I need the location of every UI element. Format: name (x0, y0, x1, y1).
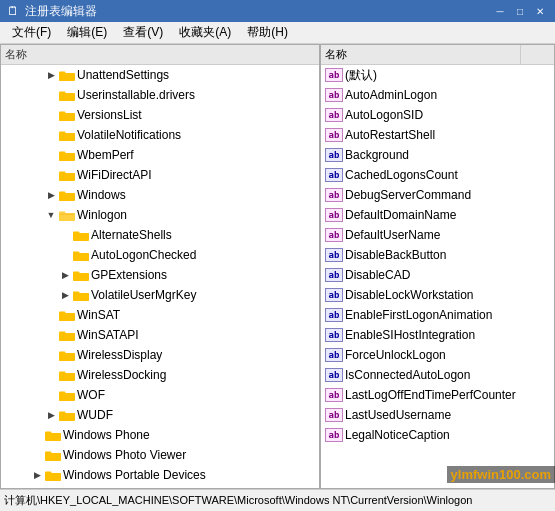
tree-item[interactable]: ▶ WUDF (1, 405, 319, 425)
values-content[interactable]: ab(默认)abAutoAdminLogonabAutoLogonSIDabAu… (321, 65, 554, 488)
tree-item-label: VolatileUserMgrKey (91, 288, 196, 302)
tree-item[interactable]: VersionsList (1, 105, 319, 125)
value-row[interactable]: abDisableCAD (321, 265, 554, 285)
tree-item[interactable]: ▶ GPExtensions (1, 265, 319, 285)
tree-item[interactable]: ▶ Windows (1, 185, 319, 205)
value-row[interactable]: abDefaultDomainName (321, 205, 554, 225)
value-row[interactable]: abAutoRestartShell (321, 125, 554, 145)
value-row[interactable]: abDefaultUserName (321, 225, 554, 245)
value-name-cell: abDebugServerCommand (321, 188, 521, 202)
value-name-cell: abAutoRestartShell (321, 128, 521, 142)
folder-icon (59, 128, 75, 142)
main-content: 名称 ▶ UnattendSettings Userinstallable.dr… (0, 44, 555, 489)
tree-item[interactable]: VolatileNotifications (1, 125, 319, 145)
tree-item[interactable]: WOF (1, 385, 319, 405)
tree-expand-icon: ▶ (57, 287, 73, 303)
tree-item[interactable]: Windows Phone (1, 425, 319, 445)
svg-rect-26 (59, 311, 65, 313)
close-button[interactable]: ✕ (531, 3, 549, 19)
value-name-text: (默认) (345, 67, 377, 84)
tree-item[interactable]: WirelessDisplay (1, 345, 319, 365)
value-name-cell: abLastUsedUsername (321, 408, 521, 422)
value-name-text: LegalNoticeCaption (345, 428, 450, 442)
svg-rect-18 (73, 231, 79, 233)
tree-expand-icon: ▼ (43, 207, 59, 223)
tree-item[interactable]: AutoLogonChecked (1, 245, 319, 265)
value-row[interactable]: abBackground (321, 145, 554, 165)
value-row[interactable]: abDebugServerCommand (321, 185, 554, 205)
tree-expand-icon (43, 87, 59, 103)
tree-expand-icon: ▶ (57, 267, 73, 283)
tree-content[interactable]: ▶ UnattendSettings Userinstallable.drive… (1, 65, 319, 488)
folder-icon (59, 88, 75, 102)
value-type-icon: ab (325, 308, 343, 322)
tree-item[interactable]: ▶ VolatileUserMgrKey (1, 285, 319, 305)
value-row[interactable]: abAutoLogonSID (321, 105, 554, 125)
value-type-icon: ab (325, 388, 343, 402)
svg-rect-21 (73, 273, 89, 281)
svg-rect-7 (59, 131, 65, 133)
tree-item[interactable]: ▶ UnattendSettings (1, 65, 319, 85)
svg-rect-4 (59, 113, 75, 121)
tree-item-label: WinSATAPI (77, 328, 139, 342)
value-row[interactable]: ab(默认) (321, 65, 554, 85)
minimize-button[interactable]: ─ (491, 3, 509, 19)
value-name-cell: abLegalNoticeCaption (321, 428, 521, 442)
value-name-cell: abDisableLockWorkstation (321, 288, 521, 302)
tree-item-label: WiFiDirectAPI (77, 168, 152, 182)
svg-rect-12 (59, 193, 75, 201)
value-row[interactable]: abIsConnectedAutoLogon (321, 365, 554, 385)
title-text: 注册表编辑器 (25, 3, 491, 20)
svg-rect-8 (59, 153, 75, 161)
tree-item-label: UnattendSettings (77, 68, 169, 82)
tree-expand-icon (57, 247, 73, 263)
value-name-cell: abAutoAdminLogon (321, 88, 521, 102)
value-row[interactable]: abForceUnlockLogon (321, 345, 554, 365)
tree-expand-icon (43, 347, 59, 363)
menu-item[interactable]: 帮助(H) (239, 22, 296, 43)
status-text: 计算机\HKEY_LOCAL_MACHINE\SOFTWARE\Microsof… (4, 493, 472, 508)
value-name-cell: abForceUnlockLogon (321, 348, 521, 362)
svg-rect-27 (59, 333, 75, 341)
tree-expand-icon: ▶ (43, 67, 59, 83)
value-row[interactable]: abLegalNoticeCaption (321, 425, 554, 445)
tree-item[interactable]: WbemPerf (1, 145, 319, 165)
folder-icon (59, 148, 75, 162)
tree-item[interactable]: Userinstallable.drivers (1, 85, 319, 105)
value-name-text: DisableBackButton (345, 248, 446, 262)
value-row[interactable]: abCachedLogonsCount (321, 165, 554, 185)
value-row[interactable]: abEnableSIHostIntegration (321, 325, 554, 345)
value-row[interactable]: abDisableLockWorkstation (321, 285, 554, 305)
tree-item[interactable]: WirelessDocking (1, 365, 319, 385)
menu-item[interactable]: 文件(F) (4, 22, 59, 43)
tree-item[interactable]: WinSAT (1, 305, 319, 325)
tree-item[interactable]: Windows Photo Viewer (1, 445, 319, 465)
tree-item[interactable]: WinSATAPI (1, 325, 319, 345)
tree-item[interactable]: WiFiDirectAPI (1, 165, 319, 185)
menu-item[interactable]: 编辑(E) (59, 22, 115, 43)
folder-icon (59, 388, 75, 402)
value-name-text: AutoRestartShell (345, 128, 435, 142)
svg-rect-40 (45, 451, 51, 453)
value-row[interactable]: abLastUsedUsername (321, 405, 554, 425)
value-row[interactable]: abLastLogOffEndTimePerfCounter (321, 385, 554, 405)
maximize-button[interactable]: □ (511, 3, 529, 19)
menu-item[interactable]: 收藏夹(A) (171, 22, 239, 43)
svg-rect-6 (59, 133, 75, 141)
svg-rect-33 (59, 393, 75, 401)
tree-expand-icon (43, 147, 59, 163)
tree-item[interactable]: ▼ Winlogon (1, 205, 319, 225)
value-row[interactable]: abAutoAdminLogon (321, 85, 554, 105)
svg-rect-9 (59, 151, 65, 153)
value-row[interactable]: abEnableFirstLogonAnimation (321, 305, 554, 325)
value-name-cell: abDisableCAD (321, 268, 521, 282)
tree-item-label: Windows Phone (63, 428, 150, 442)
value-name-text: EnableSIHostIntegration (345, 328, 475, 342)
svg-rect-22 (73, 271, 79, 273)
value-name-cell: abLastLogOffEndTimePerfCounter (321, 388, 521, 402)
menu-item[interactable]: 查看(V) (115, 22, 171, 43)
value-row[interactable]: abDisableBackButton (321, 245, 554, 265)
tree-item[interactable]: AlternateShells (1, 225, 319, 245)
svg-rect-38 (45, 431, 51, 433)
tree-item[interactable]: ▶ Windows Portable Devices (1, 465, 319, 485)
